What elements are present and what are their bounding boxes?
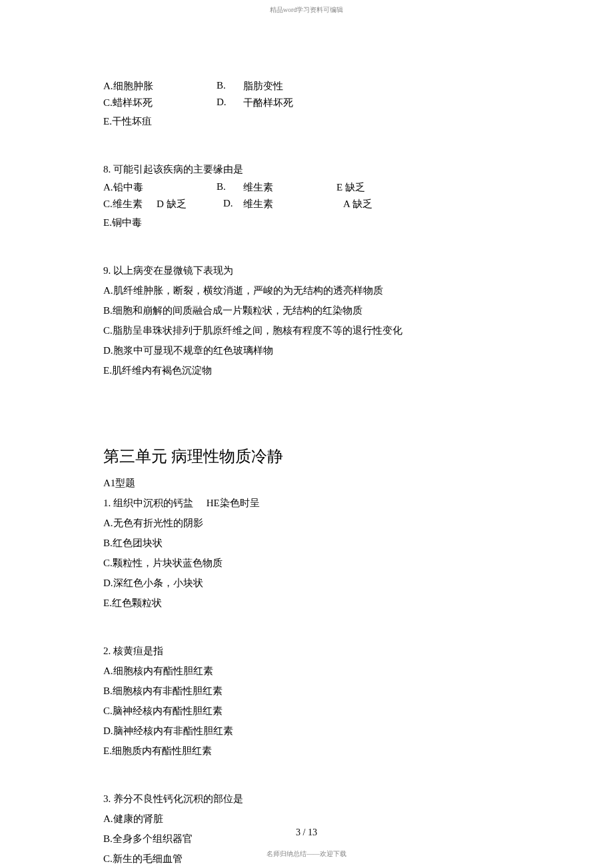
q9-option-b: B.细胞和崩解的间质融合成一片颗粒状，无结构的红染物质: [103, 302, 510, 318]
q9-option-d: D.胞浆中可显现不规章的红色玻璃样物: [103, 342, 510, 358]
option-b-label: B.: [217, 80, 243, 93]
u3q1-option-d: D.深红色小条，小块状: [103, 575, 510, 591]
q8-option-b-label: B.: [217, 181, 243, 194]
u3q1-stem-b: HE染色时呈: [207, 498, 260, 508]
u3q2-option-a: A.细胞核内有酯性胆红素: [103, 663, 510, 679]
u3q2-stem: 2. 核黄疸是指: [103, 643, 510, 659]
u3q2-option-d: D.脑神经核内有非酯性胆红素: [103, 723, 510, 739]
q9-option-c: C.脂肪呈串珠状排列于肌原纤维之间，胞核有程度不等的退行性变化: [103, 322, 510, 338]
u3q1-stem: 1. 组织中沉积的钙盐 HE染色时呈: [103, 495, 510, 511]
a1-type-label: A1型题: [103, 475, 510, 491]
q8-stem: 8. 可能引起该疾病的主要缘由是: [103, 161, 510, 177]
u3q3-stem: 3. 养分不良性钙化沉积的部位是: [103, 791, 510, 807]
q8-option-b-text2: E 缺乏: [336, 181, 376, 194]
u3q2-option-b: B.细胞核内有非酯性胆红素: [103, 683, 510, 699]
q8-option-b-text1: 维生素: [243, 181, 336, 194]
q8-option-c-mid: D 缺乏: [157, 198, 223, 211]
u3q1-option-b: B.红色团块状: [103, 535, 510, 551]
q8-option-a: A.铅中毒: [103, 181, 217, 194]
option-b-text: 脂肪变性: [243, 80, 343, 93]
u3q1-option-a: A.无色有折光性的阴影: [103, 515, 510, 531]
q8-option-d-text2: A 缺乏: [343, 198, 383, 211]
q8-option-c: C.维生素: [103, 198, 157, 211]
option-d-label: D.: [217, 97, 243, 109]
q9-stem: 9. 以上病变在显微镜下表现为: [103, 262, 510, 278]
option-c: C.蜡样坏死: [103, 97, 217, 109]
q9-option-a: A.肌纤维肿胀，断裂，横纹消逝，严峻的为无结构的透亮样物质: [103, 282, 510, 298]
q8-option-d-label: D.: [223, 198, 243, 211]
u3q1-option-c: C.颗粒性，片块状蓝色物质: [103, 555, 510, 571]
u3q1-stem-a: 1. 组织中沉积的钙盐: [103, 498, 193, 508]
page-number: 3 / 13: [0, 827, 613, 838]
option-a: A.细胞肿胀: [103, 80, 217, 93]
header-watermark: 精品word学习资料可编辑: [0, 5, 613, 15]
u3q3-option-a: A.健康的肾脏: [103, 811, 510, 827]
u3q2-option-e: E.细胞质内有酯性胆红素: [103, 743, 510, 759]
footer-watermark: 名师归纳总结——欢迎下载: [0, 849, 613, 859]
option-e: E.干性坏疽: [103, 113, 510, 129]
q9-option-e: E.肌纤维内有褐色沉淀物: [103, 362, 510, 378]
document-content: A.细胞肿胀 B. 脂肪变性 C.蜡样坏死 D. 干酪样坏死 E.干性坏疽 8.…: [0, 0, 613, 868]
unit3-heading: 第三单元 病理性物质冷静: [103, 446, 510, 467]
u3q2-option-c: C.脑神经核内有酯性胆红素: [103, 703, 510, 719]
q8-option-e: E.铜中毒: [103, 215, 510, 230]
u3q1-option-e: E.红色颗粒状: [103, 595, 510, 611]
q8-options-row1: A.铅中毒 B. 维生素 E 缺乏: [103, 181, 510, 194]
option-d-text: 干酪样坏死: [243, 97, 343, 109]
prev-question-options: A.细胞肿胀 B. 脂肪变性 C.蜡样坏死 D. 干酪样坏死: [103, 80, 510, 109]
q8-option-d-text1: 维生素: [243, 198, 343, 211]
q8-options-row2: C.维生素 D 缺乏 D. 维生素 A 缺乏: [103, 198, 510, 211]
